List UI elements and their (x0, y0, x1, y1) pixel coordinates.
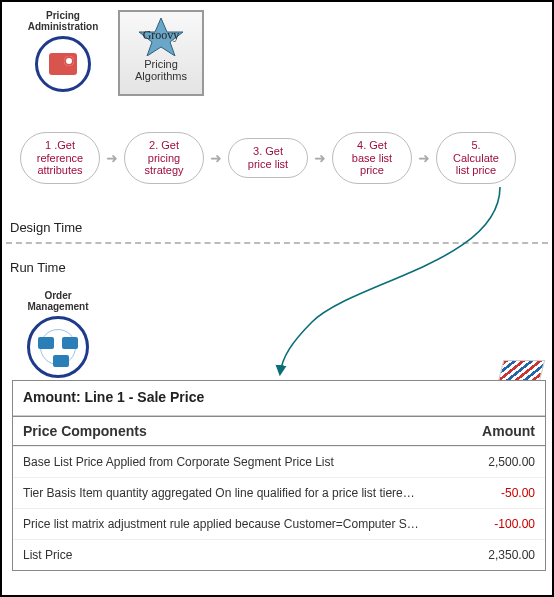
step-1: 1 .Getreferenceattributes (20, 132, 100, 184)
table-row: List Price 2,350.00 (13, 539, 545, 570)
pricing-admin-block: PricingAdministration (20, 10, 106, 92)
row-value: 2,350.00 (455, 548, 535, 562)
row-value: -100.00 (455, 517, 535, 531)
step-5: 5.Calculatelist price (436, 132, 516, 184)
order-management-label: OrderManagement (18, 290, 98, 312)
panel-columns: Price Components Amount (13, 416, 545, 446)
step-4: 4. Getbase listprice (332, 132, 412, 184)
arrow-icon: ➜ (210, 150, 222, 166)
arrow-icon: ➜ (314, 150, 326, 166)
step-3: 3. Getprice list (228, 138, 308, 177)
sale-price-panel: Amount: Line 1 - Sale Price Price Compon… (12, 380, 546, 571)
panel-header: Amount: Line 1 - Sale Price (13, 381, 545, 416)
table-row: Base List Price Applied from Corporate S… (13, 446, 545, 477)
order-management-icon (27, 316, 89, 378)
run-time-label: Run Time (10, 260, 66, 275)
time-separator (6, 242, 548, 244)
pipeline: 1 .Getreferenceattributes ➜ 2. Getpricin… (20, 132, 544, 184)
pricing-admin-icon (35, 36, 91, 92)
table-row: Price list matrix adjustment rule applie… (13, 508, 545, 539)
panel-title: Amount: Line 1 - Sale Price (23, 389, 535, 405)
row-value: 2,500.00 (455, 455, 535, 469)
arrow-icon: ➜ (106, 150, 118, 166)
row-value: -50.00 (455, 486, 535, 500)
step-2: 2. Getpricingstrategy (124, 132, 204, 184)
pricing-admin-label: PricingAdministration (20, 10, 106, 32)
order-management-block: OrderManagement (18, 290, 98, 378)
pricing-algorithms-label: PricingAlgorithms (122, 58, 200, 82)
design-time-label: Design Time (10, 220, 82, 235)
col-components: Price Components (23, 423, 455, 439)
svg-text:Groovy: Groovy (143, 28, 180, 42)
row-label: List Price (23, 548, 455, 562)
col-amount: Amount (455, 423, 535, 439)
pricetag-icon (49, 53, 77, 75)
groovy-star-icon: Groovy (131, 16, 191, 56)
row-label: Price list matrix adjustment rule applie… (23, 517, 455, 531)
row-label: Tier Basis Item quantity aggregated On l… (23, 486, 455, 500)
pricing-algorithms-block: Groovy PricingAlgorithms (118, 10, 204, 96)
diagram-canvas: PricingAdministration Groovy PricingAlgo… (0, 0, 554, 597)
row-label: Base List Price Applied from Corporate S… (23, 455, 455, 469)
arrow-icon: ➜ (418, 150, 430, 166)
table-row: Tier Basis Item quantity aggregated On l… (13, 477, 545, 508)
